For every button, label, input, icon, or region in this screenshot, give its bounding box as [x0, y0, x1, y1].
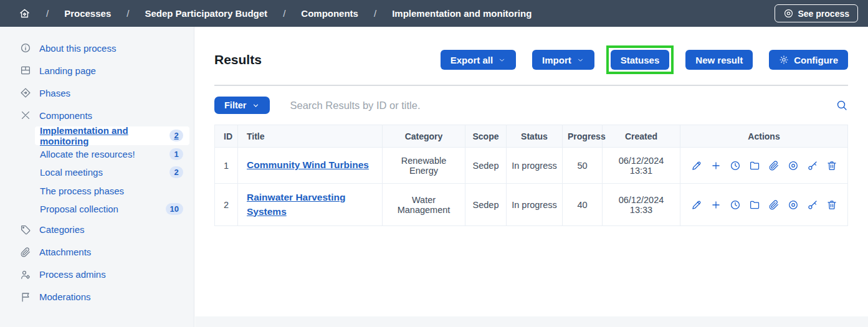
home-icon[interactable] — [19, 7, 31, 19]
result-created: 06/12/2024 13:33 — [603, 184, 680, 226]
sidebar-component-process-phases[interactable]: The process phases — [35, 182, 189, 201]
filter-button[interactable]: Filter — [214, 97, 270, 114]
sidebar-item-label: Landing page — [39, 65, 96, 76]
topbar: / Processes / Sedep Participatory Budget… — [0, 0, 868, 27]
history-clock-icon[interactable] — [730, 160, 741, 171]
edit-icon[interactable] — [691, 160, 702, 171]
preview-icon[interactable] — [788, 199, 799, 211]
flag-icon — [20, 291, 31, 303]
breadcrumb-current-component[interactable]: Implementation and monitoring — [392, 8, 532, 19]
result-scope: Sedep — [465, 148, 507, 184]
chevron-down-icon — [498, 56, 506, 64]
component-label: Local meetings — [40, 167, 103, 178]
paperclip-icon — [20, 247, 31, 258]
component-label: Proposal collection — [40, 204, 118, 214]
result-status: In progress — [507, 148, 563, 184]
sidebar-item-label: Phases — [39, 88, 70, 98]
new-result-label: New result — [695, 55, 743, 65]
sidebar-item-phases[interactable]: Phases — [0, 82, 194, 104]
preview-icon[interactable] — [788, 160, 799, 171]
folder-icon[interactable] — [749, 160, 760, 171]
export-all-button[interactable]: Export all — [441, 50, 516, 70]
history-clock-icon[interactable] — [730, 199, 741, 211]
sidebar: About this process Landing page Phases C… — [0, 27, 194, 327]
search-icon — [836, 99, 848, 111]
sidebar-item-label: Moderations — [39, 291, 91, 302]
col-header-id: ID — [215, 125, 238, 148]
breadcrumb-process-name[interactable]: Sedep Participatory Budget — [145, 8, 267, 19]
delete-trash-icon[interactable] — [826, 160, 837, 171]
sidebar-component-proposal-collection[interactable]: Proposal collection 10 — [35, 200, 189, 219]
new-result-button[interactable]: New result — [685, 50, 753, 70]
gear-icon — [779, 55, 789, 65]
row-actions — [685, 160, 842, 171]
row-actions — [685, 199, 842, 211]
result-title-link[interactable]: Rainwater Harvesting Systems — [247, 192, 346, 216]
import-button[interactable]: Import — [532, 50, 594, 70]
col-header-category: Category — [383, 125, 465, 148]
created-time: 13:31 — [608, 166, 675, 176]
configure-button[interactable]: Configure — [769, 50, 848, 70]
sidebar-component-allocate-resources[interactable]: Allocate the resources! 1 — [35, 145, 189, 164]
result-progress: 40 — [563, 184, 603, 226]
sidebar-item-moderations[interactable]: Moderations — [0, 286, 194, 308]
add-icon[interactable] — [710, 160, 722, 171]
sidebar-component-implementation-monitoring[interactable]: Implementation and monitoring 2 — [35, 126, 189, 145]
result-created: 06/12/2024 13:31 — [603, 148, 680, 184]
breadcrumb-components[interactable]: Components — [301, 8, 358, 19]
sidebar-item-label: Categories — [39, 224, 85, 235]
breadcrumb-separator: / — [46, 8, 49, 19]
col-header-status: Status — [507, 125, 563, 148]
count-badge: 2 — [169, 166, 183, 178]
col-header-created: Created — [603, 125, 680, 148]
breadcrumb: / Processes / Sedep Participatory Budget… — [19, 7, 532, 19]
sidebar-item-about[interactable]: About this process — [0, 37, 194, 59]
table-row: 1 Community Wind Turbines Renewable Ener… — [215, 148, 848, 184]
sidebar-item-process-admins[interactable]: Process admins — [0, 263, 194, 286]
layout-icon — [20, 65, 31, 76]
permissions-key-icon[interactable] — [807, 160, 818, 171]
attachments-paperclip-icon[interactable] — [768, 199, 780, 211]
result-category: Renewable Energy — [383, 148, 465, 184]
sidebar-item-label: Attachments — [39, 247, 91, 257]
export-all-label: Export all — [451, 55, 493, 65]
search-button[interactable] — [836, 99, 848, 111]
result-title-link[interactable]: Community Wind Turbines — [247, 159, 369, 170]
created-date: 06/12/2024 — [608, 195, 675, 205]
breadcrumb-processes[interactable]: Processes — [64, 8, 111, 19]
sidebar-item-label: About this process — [39, 43, 116, 54]
phases-icon — [20, 87, 31, 98]
sidebar-item-components[interactable]: Components — [0, 104, 194, 126]
sidebar-item-label: Process admins — [39, 269, 106, 280]
target-icon — [783, 8, 794, 19]
statuses-label: Statuses — [621, 55, 660, 65]
decidim-admin-app: / Processes / Sedep Participatory Budget… — [0, 0, 868, 327]
count-badge: 1 — [169, 148, 183, 160]
import-label: Import — [542, 55, 571, 65]
count-badge: 10 — [166, 203, 183, 215]
filter-row: Filter — [214, 97, 848, 114]
table-row: 2 Rainwater Harvesting Systems Water Man… — [215, 184, 848, 226]
created-time: 13:33 — [608, 205, 675, 215]
sidebar-item-attachments[interactable]: Attachments — [0, 241, 194, 263]
tools-icon — [20, 110, 31, 121]
results-table: ID Title Category Scope Status Progress … — [214, 125, 848, 226]
filter-label: Filter — [224, 100, 246, 110]
sidebar-item-landing-page[interactable]: Landing page — [0, 59, 194, 82]
statuses-button[interactable]: Statuses — [611, 50, 670, 70]
col-header-scope: Scope — [465, 125, 507, 148]
sidebar-item-categories[interactable]: Categories — [0, 219, 194, 241]
sidebar-component-local-meetings[interactable]: Local meetings 2 — [35, 163, 189, 182]
search-input[interactable] — [290, 100, 816, 111]
count-badge: 2 — [169, 130, 183, 141]
add-icon[interactable] — [710, 199, 722, 211]
configure-label: Configure — [794, 55, 838, 65]
see-process-button[interactable]: See process — [775, 4, 859, 22]
delete-trash-icon[interactable] — [826, 199, 837, 211]
edit-icon[interactable] — [691, 199, 702, 211]
permissions-key-icon[interactable] — [807, 199, 818, 211]
sidebar-item-label: Components — [39, 110, 92, 121]
result-id: 2 — [215, 184, 238, 226]
folder-icon[interactable] — [749, 199, 760, 211]
attachments-paperclip-icon[interactable] — [768, 160, 780, 171]
